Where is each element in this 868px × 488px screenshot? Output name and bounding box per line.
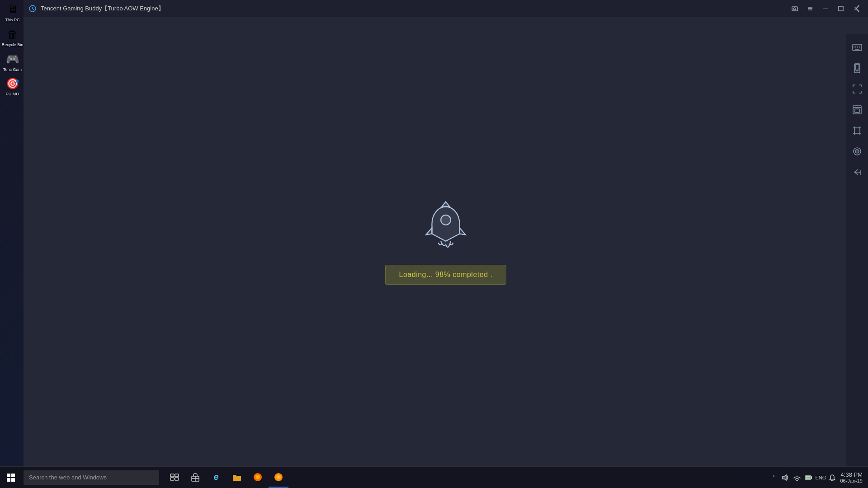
task-view-button[interactable]	[165, 468, 184, 488]
loading-text-box: Loading... 98% completed .	[385, 265, 507, 285]
fullscreen-button[interactable]	[849, 80, 866, 98]
pubg-mobile-icon[interactable]: 🎯 PU MO	[1, 76, 24, 97]
app-icon	[28, 4, 37, 13]
svg-rect-20	[855, 65, 859, 70]
right-sidebar	[846, 34, 868, 466]
return-button[interactable]	[849, 164, 866, 181]
desktop-icon-area: 🖥 This PC 🗑 Recycle Bin 🎮 Tenc Gam 🎯 PU …	[0, 0, 25, 488]
svg-point-34	[855, 150, 859, 153]
file-explorer-button[interactable]	[227, 468, 247, 488]
taskbar-apps: e	[165, 468, 288, 488]
edge-button[interactable]: e	[206, 468, 226, 488]
notification-icon[interactable]	[828, 474, 836, 482]
this-pc-label: This PC	[5, 18, 19, 23]
device-button[interactable]	[849, 60, 866, 77]
svg-point-7	[441, 215, 451, 225]
window-title: Tencent Gaming Buddy【Turbo AOW Engine】	[41, 5, 788, 13]
sound-icon[interactable]	[781, 474, 789, 482]
rocket-icon	[419, 199, 473, 253]
tencent-gaming-buddy-button[interactable]	[269, 468, 288, 488]
svg-point-50	[257, 476, 259, 478]
this-pc-image: 🖥	[5, 2, 20, 17]
recycle-bin-image: 🗑	[5, 27, 20, 42]
svg-point-2	[794, 8, 796, 10]
recycle-bin-icon[interactable]: 🗑 Recycle Bin	[1, 27, 24, 47]
window-button[interactable]	[849, 101, 866, 118]
loading-container: Loading... 98% completed .	[385, 199, 507, 285]
loading-text: Loading... 98% completed .	[399, 271, 493, 278]
clock-time: 4:38 PM	[840, 471, 863, 478]
svg-rect-43	[170, 478, 174, 480]
svg-rect-38	[11, 474, 15, 477]
pubg-mobile-label: PU MO	[6, 92, 19, 97]
svg-point-54	[797, 480, 797, 481]
svg-rect-42	[175, 474, 179, 477]
svg-rect-37	[7, 474, 10, 477]
recycle-bin-label: Recycle Bin	[2, 42, 24, 47]
store-button[interactable]	[185, 468, 205, 488]
svg-point-53	[278, 476, 279, 478]
battery-icon[interactable]	[805, 474, 813, 482]
system-tray: ˄ ENG	[764, 471, 868, 483]
svg-rect-44	[175, 478, 179, 480]
keyboard-layout-icon[interactable]: ENG	[816, 474, 825, 482]
svg-rect-23	[855, 109, 859, 113]
tencent-gaming-label: Tenc Gam	[3, 67, 22, 72]
browser1-button[interactable]	[248, 468, 268, 488]
svg-rect-56	[806, 476, 810, 479]
back-arrow-button[interactable]	[849, 2, 866, 15]
search-input[interactable]	[24, 470, 159, 485]
title-bar: Tencent Gaming Buddy【Turbo AOW Engine】 ─	[24, 0, 868, 17]
clock-date: 06-Jan-19	[840, 478, 863, 483]
crop-button[interactable]	[849, 122, 866, 139]
svg-rect-41	[170, 474, 174, 477]
svg-rect-24	[854, 128, 860, 133]
maximize-button[interactable]	[834, 2, 848, 15]
network-icon[interactable]	[793, 474, 801, 482]
svg-rect-40	[11, 478, 15, 482]
keyboard-button[interactable]	[849, 39, 866, 56]
tray-expand-icon[interactable]: ˄	[769, 474, 778, 482]
svg-rect-39	[7, 478, 10, 482]
clock[interactable]: 4:38 PM 06-Jan-19	[840, 471, 863, 483]
screenshot-button[interactable]	[788, 2, 802, 15]
svg-rect-6	[839, 6, 843, 11]
taskbar: e ˄	[0, 466, 868, 488]
pubg-mobile-image: 🎯	[5, 76, 20, 91]
tencent-gaming-icon[interactable]: 🎮 Tenc Gam	[1, 52, 24, 72]
record-button[interactable]	[849, 143, 866, 160]
main-content: Loading... 98% completed .	[24, 17, 868, 466]
app-window: Tencent Gaming Buddy【Turbo AOW Engine】 ─	[24, 0, 868, 466]
this-pc-icon[interactable]: 🖥 This PC	[1, 2, 24, 23]
tencent-gaming-image: 🎮	[5, 52, 20, 66]
start-button[interactable]	[0, 467, 22, 488]
menu-button[interactable]	[803, 2, 817, 15]
minimize-button[interactable]: ─	[818, 2, 833, 15]
